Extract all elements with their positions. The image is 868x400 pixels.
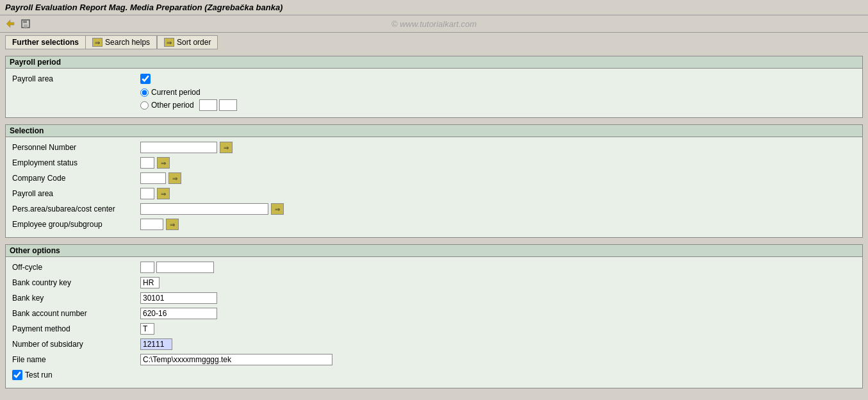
test-run-row: Test run xyxy=(12,369,856,381)
employee-group-arrow-btn[interactable]: ⇒ xyxy=(166,219,179,230)
selection-header: Selection xyxy=(6,125,862,137)
sort-order-label: Sort order xyxy=(177,38,211,47)
other-period-inputs xyxy=(199,99,237,111)
other-options-body: Off-cycle Bank country key Bank key Bank… xyxy=(6,257,862,388)
payroll-area-row: Payroll area xyxy=(12,72,856,85)
bank-account-row: Bank account number xyxy=(12,307,856,320)
employment-status-input[interactable] xyxy=(140,157,154,169)
bank-country-input[interactable] xyxy=(140,277,160,288)
employee-group-input[interactable] xyxy=(140,219,163,230)
payroll-period-header: Payroll period xyxy=(6,56,862,69)
other-period-input-2[interactable] xyxy=(219,99,237,111)
pers-area-input[interactable] xyxy=(140,203,268,215)
offcycle-row: Off-cycle xyxy=(12,261,856,274)
num-subsidary-row: Number of subsidary xyxy=(12,338,856,351)
other-period-radio[interactable] xyxy=(140,101,149,110)
search-helps-arrow-icon: ⇒ xyxy=(92,38,102,47)
tab-further-selections[interactable]: Further selections xyxy=(5,35,85,49)
save-icon[interactable] xyxy=(19,17,32,30)
offcycle-label: Off-cycle xyxy=(12,263,140,272)
other-period-row: Other period xyxy=(12,99,856,111)
other-period-input-1[interactable] xyxy=(199,99,217,111)
payment-method-row: Payment method xyxy=(12,322,856,335)
other-options-section: Other options Off-cycle Bank country key… xyxy=(5,244,863,388)
current-period-radio[interactable] xyxy=(140,88,149,97)
tab-sort-order[interactable]: ⇒ Sort order xyxy=(157,35,218,49)
further-selections-label: Further selections xyxy=(12,38,79,47)
tab-bar: Further selections ⇒ Search helps ⇒ Sort… xyxy=(0,33,868,52)
bank-key-row: Bank key xyxy=(12,292,856,304)
bank-country-label: Bank country key xyxy=(12,278,140,287)
selection-section: Selection Personnel Number ⇒ Employment … xyxy=(5,124,863,238)
pers-area-arrow-btn[interactable]: ⇒ xyxy=(271,203,284,215)
bank-key-label: Bank key xyxy=(12,294,140,303)
svg-marker-0 xyxy=(6,20,14,28)
payment-method-label: Payment method xyxy=(12,324,140,333)
bank-country-row: Bank country key xyxy=(12,276,856,289)
company-code-input[interactable] xyxy=(140,172,166,184)
svg-rect-2 xyxy=(23,20,27,23)
employment-status-label: Employment status xyxy=(12,158,140,167)
tab-search-helps[interactable]: ⇒ Search helps xyxy=(85,35,157,49)
current-period-row: Current period xyxy=(12,88,856,97)
page-title: Payroll Evaluation Report Mag. Media Pre… xyxy=(5,3,283,12)
payment-method-input[interactable] xyxy=(140,323,154,335)
watermark: © www.tutorialkart.com xyxy=(391,19,477,29)
bank-key-input[interactable] xyxy=(140,292,217,304)
pers-area-label: Pers.area/subarea/cost center xyxy=(12,204,140,213)
payroll-period-section: Payroll period Payroll area Current peri… xyxy=(5,56,863,118)
company-code-label: Company Code xyxy=(12,174,140,183)
search-helps-label: Search helps xyxy=(105,38,150,47)
company-code-arrow-btn[interactable]: ⇒ xyxy=(168,172,181,184)
bank-account-label: Bank account number xyxy=(12,309,140,318)
offcycle-input-2[interactable] xyxy=(156,262,214,273)
test-run-checkbox[interactable] xyxy=(12,370,22,380)
personnel-number-label: Personnel Number xyxy=(12,143,140,152)
other-period-label: Other period xyxy=(151,101,194,110)
personnel-number-arrow-btn[interactable]: ⇒ xyxy=(220,142,233,153)
selection-row-5: Employee group/subgroup ⇒ xyxy=(12,218,856,231)
file-name-label: File name xyxy=(12,355,140,364)
current-period-label: Current period xyxy=(151,88,201,97)
payroll-area-sel-label: Payroll area xyxy=(12,189,140,198)
offcycle-input-1[interactable] xyxy=(140,262,154,273)
selection-row-0: Personnel Number ⇒ xyxy=(12,141,856,154)
back-icon[interactable] xyxy=(4,17,17,30)
employment-status-arrow-btn[interactable]: ⇒ xyxy=(157,157,170,169)
payroll-area-checkbox[interactable] xyxy=(140,74,151,84)
file-name-row: File name xyxy=(12,353,856,366)
num-subsidary-label: Number of subsidary xyxy=(12,340,140,349)
content-area: Payroll period Payroll area Current peri… xyxy=(0,52,868,399)
offcycle-inputs xyxy=(140,262,214,273)
num-subsidary-input[interactable] xyxy=(140,338,172,350)
selection-row-2: Company Code ⇒ xyxy=(12,172,856,185)
payroll-period-body: Payroll area Current period Other period xyxy=(6,69,862,117)
payroll-area-sel-arrow-btn[interactable]: ⇒ xyxy=(157,188,170,199)
selection-row-3: Payroll area ⇒ xyxy=(12,187,856,200)
other-options-header: Other options xyxy=(6,245,862,257)
personnel-number-input[interactable] xyxy=(140,142,217,153)
payroll-area-label: Payroll area xyxy=(12,74,140,83)
toolbar: © www.tutorialkart.com xyxy=(0,15,868,33)
file-name-input[interactable] xyxy=(140,354,332,365)
title-bar: Payroll Evaluation Report Mag. Media Pre… xyxy=(0,0,868,15)
selection-row-4: Pers.area/subarea/cost center ⇒ xyxy=(12,203,856,215)
selection-body: Personnel Number ⇒ Employment status ⇒ C… xyxy=(6,137,862,237)
test-run-label: Test run xyxy=(25,371,53,379)
payroll-area-sel-input[interactable] xyxy=(140,188,154,199)
sort-order-arrow-icon: ⇒ xyxy=(164,38,174,47)
bank-account-input[interactable] xyxy=(140,308,217,319)
employee-group-label: Employee group/subgroup xyxy=(12,220,140,229)
svg-rect-3 xyxy=(24,24,28,28)
selection-row-1: Employment status ⇒ xyxy=(12,156,856,169)
